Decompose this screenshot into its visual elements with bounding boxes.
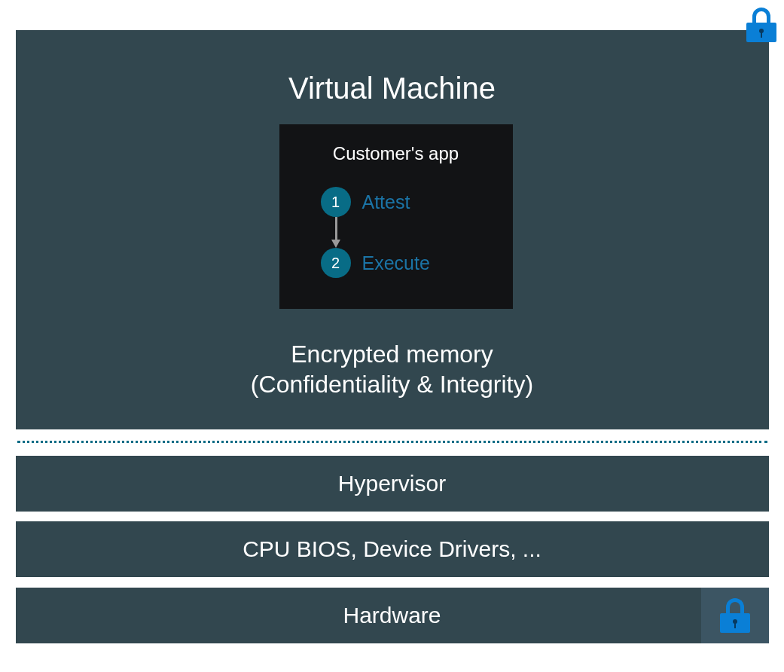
vm-title: Virtual Machine [16,72,769,105]
virtual-machine-layer: Virtual Machine Customer's app 1 Attest … [16,30,769,429]
step2-label: Execute [362,252,430,274]
hardware-label: Hardware [343,603,441,628]
bios-label: CPU BIOS, Device Drivers, ... [243,536,541,562]
step1-badge: 1 [321,187,351,217]
encrypted-line2: (Confidentiality & Integrity) [251,371,533,398]
step1-label: Attest [362,191,410,213]
lock-icon [746,8,776,42]
customer-app-box: Customer's app 1 Attest 2 Execute [279,124,513,309]
boundary-divider [17,441,767,443]
step2-badge: 2 [321,248,351,278]
encrypted-memory-label: Encrypted memory (Confidentiality & Inte… [16,339,769,399]
step-execute: 2 Execute [321,248,513,278]
hypervisor-label: Hypervisor [338,471,446,496]
hardware-lock-bg [701,588,769,643]
step-attest: 1 Attest [321,187,513,217]
lock-icon [720,598,750,633]
arrow-down-icon [335,217,337,251]
encrypted-line1: Encrypted memory [291,341,493,368]
hardware-layer: Hardware [16,588,769,643]
hypervisor-layer: Hypervisor [16,456,769,512]
bios-layer: CPU BIOS, Device Drivers, ... [16,521,769,577]
diagram-canvas: Virtual Machine Customer's app 1 Attest … [16,15,769,657]
app-title: Customer's app [279,143,513,164]
